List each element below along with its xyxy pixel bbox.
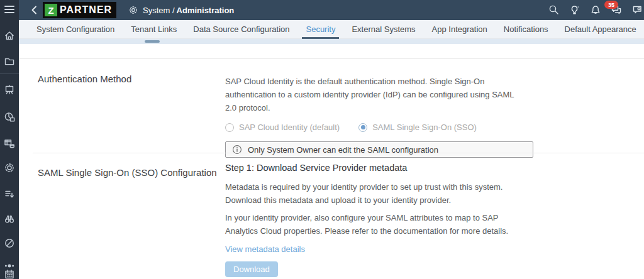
breadcrumb-current: Administration [177,6,235,15]
restricted-icon[interactable] [4,238,15,249]
saml-config-section: Step 1: Download Service Provider metada… [225,163,540,277]
horizontal-scrollbar [19,39,644,44]
home-icon[interactable] [4,30,15,41]
breadcrumb-prefix: System / [143,6,175,15]
settings-icon [128,5,138,15]
stories-icon[interactable] [4,84,15,96]
tab-notifications[interactable]: Notifications [504,20,548,39]
radio-saml-sso[interactable]: SAML Single Sign-On (SSO) [358,123,477,132]
radio-label: SAML Single Sign-On (SSO) [372,123,477,132]
content-list-icon[interactable] [4,189,15,200]
datasets-icon[interactable] [4,138,15,149]
shell-bar: Z PARTNER System /Administration 35 [19,0,644,20]
auth-method-heading: Authentication Method [38,74,131,84]
auth-method-description: SAP Cloud Identity is the default authen… [225,75,526,114]
tab-system-configuration[interactable]: System Configuration [36,20,114,39]
security-settings-panel: Authentication Method SAP Cloud Identity… [19,44,644,279]
lightbulb-icon[interactable] [569,4,580,16]
saml-config-heading: SAML Single Sign-On (SSO) Configuration [38,167,217,178]
nav-divider [0,74,19,74]
files-icon[interactable] [4,56,15,67]
info-message-box: Only System Owner can edit the SAML conf… [225,141,533,158]
tab-tenant-links[interactable]: Tenant Links [131,20,177,39]
radio-selected-icon[interactable] [358,123,367,132]
section-divider [33,153,644,153]
auth-radio-group: SAP Cloud Identity (default) SAML Single… [225,123,540,132]
partner-logo[interactable]: Z PARTNER [43,2,116,18]
modeler-icon[interactable] [4,162,15,173]
radio-sap-cloud-identity[interactable]: SAP Cloud Identity (default) [225,123,340,132]
explorer-icon[interactable] [4,213,15,224]
section-divider [19,58,644,59]
radio-label: SAP Cloud Identity (default) [239,123,340,132]
auth-method-section: SAP Cloud Identity is the default authen… [225,75,540,158]
download-button[interactable]: Download [225,261,278,277]
horizontal-scrollbar-thumb[interactable] [145,40,160,43]
bell-icon[interactable] [590,4,601,16]
back-icon[interactable] [29,4,40,16]
breadcrumb: System /Administration [143,6,234,15]
radio-unselected-icon[interactable] [225,123,234,132]
left-nav-rail [0,0,19,279]
search-icon[interactable] [548,4,560,16]
logo-z-mark: Z [45,4,57,16]
calendar-icon[interactable] [4,269,15,279]
analytics-icon[interactable] [4,111,15,123]
step-title: Step 1: Download Service Provider metada… [225,163,540,173]
idp-attributes-paragraph: In your identity provider, also configur… [225,211,509,238]
tab-data-source-configuration[interactable]: Data Source Configuration [193,20,289,39]
notification-badge: 35 [604,1,618,9]
metadata-paragraph: Metadata is required by your identity pr… [225,180,509,207]
feedback-icon[interactable] [632,4,643,16]
tab-default-appearance[interactable]: Default Appearance [565,20,636,39]
view-metadata-link[interactable]: View metadata details [225,244,305,254]
app-window: Z PARTNER System /Administration 35 Syst… [0,0,644,279]
logo-wordmark: PARTNER [60,4,112,16]
admin-tab-strip: System Configuration Tenant Links Data S… [19,20,644,39]
tab-external-systems[interactable]: External Systems [352,20,415,39]
tab-app-integration[interactable]: App Integration [432,20,487,39]
tab-security[interactable]: Security [306,20,335,39]
menu-icon[interactable] [4,6,14,14]
